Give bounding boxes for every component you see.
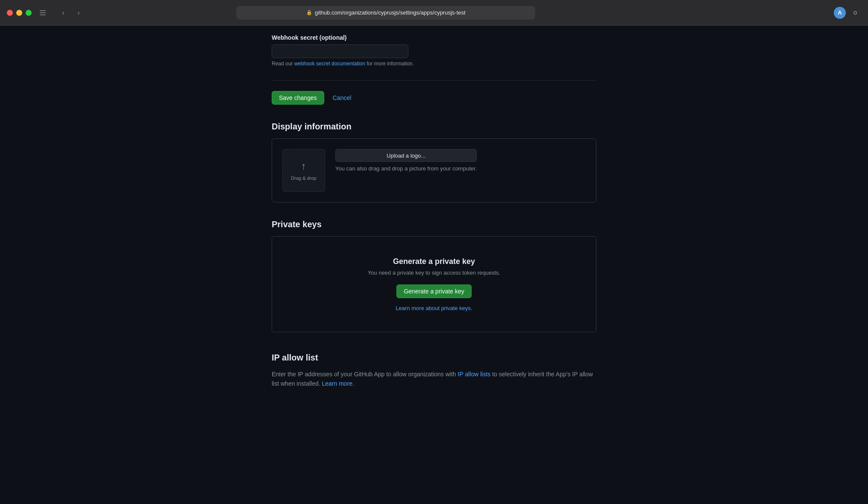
webhook-hint: Read our webhook secret documentation fo… <box>272 61 596 67</box>
minimize-traffic-light[interactable] <box>16 10 22 16</box>
generate-private-key-button[interactable]: Generate a private key <box>396 284 472 298</box>
private-keys-learn-more: Learn more about private keys. <box>396 305 472 311</box>
display-information-heading: Display information <box>272 122 596 132</box>
main-container: Webhook secret (optional) Read our webho… <box>272 34 596 487</box>
private-keys-box: Generate a private key You need a privat… <box>272 236 596 332</box>
section-divider-1 <box>272 80 596 81</box>
learn-more-private-keys-link[interactable]: Learn more about private keys. <box>396 305 472 311</box>
close-traffic-light[interactable] <box>7 10 13 16</box>
traffic-lights <box>7 10 32 16</box>
forward-button[interactable]: › <box>73 7 85 19</box>
private-keys-box-title: Generate a private key <box>393 257 475 266</box>
fullscreen-traffic-light[interactable] <box>26 10 32 16</box>
webhook-secret-section: Webhook secret (optional) Read our webho… <box>272 34 596 67</box>
profile-avatar[interactable]: A <box>834 7 846 19</box>
upload-arrow-icon: ↑ <box>301 160 306 172</box>
logo-upload-area[interactable]: ↑ Drag & drop <box>282 149 325 192</box>
webhook-docs-link[interactable]: webhook secret documentation <box>294 61 365 67</box>
sidebar-toggle-button[interactable] <box>37 7 49 19</box>
ip-allow-description: Enter the IP addresses of your GitHub Ap… <box>272 369 596 389</box>
form-actions: Save changes Cancel <box>272 91 596 105</box>
display-info-box: ↑ Drag & drop Upload a logo... You can a… <box>272 138 596 202</box>
private-keys-heading: Private keys <box>272 220 596 229</box>
page-content: Webhook secret (optional) Read our webho… <box>0 26 868 504</box>
private-keys-description: You need a private key to sign access to… <box>368 270 500 276</box>
display-information-section: Display information ↑ Drag & drop Upload… <box>272 122 596 202</box>
upload-actions: Upload a logo... You can also drag and d… <box>335 149 477 172</box>
drag-drop-text: Drag & drop <box>291 176 316 181</box>
browser-chrome: ‹ › 🔒 github.com/organizations/cyprusjs/… <box>0 0 868 26</box>
ip-learn-more-link[interactable]: Learn more <box>322 380 353 387</box>
cancel-button[interactable]: Cancel <box>328 91 357 105</box>
webhook-secret-label: Webhook secret (optional) <box>272 34 596 41</box>
theme-toggle-button[interactable] <box>849 7 861 19</box>
url-text: github.com/organizations/cyprusjs/settin… <box>315 9 466 16</box>
save-changes-button[interactable]: Save changes <box>272 91 324 105</box>
browser-navigation: ‹ › <box>57 7 85 19</box>
upload-hint-text: You can also drag and drop a picture fro… <box>335 165 477 172</box>
back-button[interactable]: ‹ <box>57 7 69 19</box>
upload-logo-button[interactable]: Upload a logo... <box>335 149 477 162</box>
private-keys-section: Private keys Generate a private key You … <box>272 220 596 332</box>
lock-icon: 🔒 <box>306 10 312 15</box>
ip-allow-lists-link[interactable]: IP allow lists <box>458 371 491 378</box>
browser-actions: A <box>834 7 861 19</box>
ip-allow-list-section: IP allow list Enter the IP addresses of … <box>272 353 596 389</box>
ip-allow-list-heading: IP allow list <box>272 353 596 363</box>
webhook-secret-input[interactable] <box>272 44 408 58</box>
address-bar[interactable]: 🔒 github.com/organizations/cyprusjs/sett… <box>236 6 535 20</box>
